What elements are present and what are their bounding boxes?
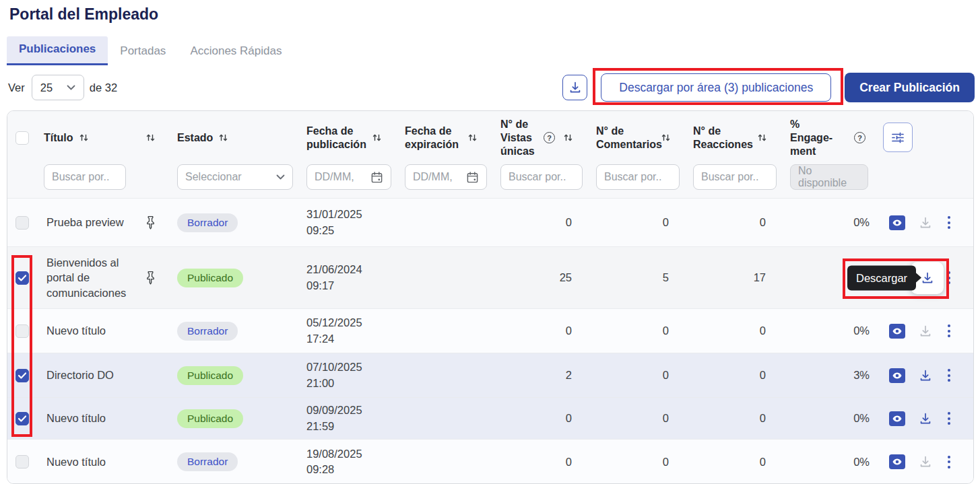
download-row-button[interactable]: [918, 324, 933, 339]
engagement-percent: 0%: [783, 412, 875, 425]
sort-icon[interactable]: [757, 133, 767, 143]
sort-reacciones-icon[interactable]: [757, 133, 767, 143]
status-badge: Borrador: [177, 452, 238, 471]
row-menu-button[interactable]: [945, 454, 953, 470]
sort-titulo-icon[interactable]: [79, 133, 89, 143]
download-row-button[interactable]: [918, 454, 933, 469]
row-title: Nuevo título: [37, 411, 133, 425]
tab-publicaciones[interactable]: Publicaciones: [7, 36, 108, 65]
sort-icon[interactable]: [661, 133, 671, 143]
sort-vistas-icon[interactable]: [563, 133, 573, 143]
help-engagement-icon[interactable]: [854, 132, 865, 143]
toolbar: Ver 25 de 32 Descargar por área (3) publ…: [8, 73, 975, 102]
views-count: 0: [494, 456, 589, 469]
download-all-button[interactable]: [562, 75, 587, 100]
preview-eye-icon: [888, 454, 906, 470]
table-body: Prueba preview Borrador 31/01/202509:25 …: [7, 198, 973, 484]
sort-estado-icon[interactable]: [218, 133, 228, 143]
column-settings-button[interactable]: [883, 123, 913, 152]
sort-fecha-expiracion-icon[interactable]: [467, 133, 478, 143]
chevron-down-icon: [276, 174, 285, 180]
page-size-select[interactable]: 25: [32, 75, 84, 100]
total-count: de 32: [90, 81, 117, 94]
sort-comentarios-icon[interactable]: [661, 133, 671, 143]
filter-titulo-input[interactable]: [44, 164, 126, 190]
preview-button[interactable]: [888, 323, 906, 339]
tab-acciones-rapidas[interactable]: Acciones Rápidas: [178, 38, 294, 65]
column-header-vistas: N° de Vistas únicas: [494, 118, 589, 158]
sort-icon[interactable]: [563, 133, 573, 143]
comments-count: 0: [589, 369, 686, 382]
row-checkbox[interactable]: [15, 324, 29, 338]
download-icon: [568, 80, 583, 95]
publish-time: 09:28: [306, 462, 391, 477]
row-title: Prueba preview: [37, 215, 133, 230]
sort-icon[interactable]: [145, 133, 156, 143]
reactions-count: 0: [686, 216, 783, 229]
table-row: Prueba preview Borrador 31/01/202509:25 …: [7, 198, 973, 246]
row-checkbox[interactable]: [15, 455, 29, 469]
filter-fecha-expiracion-input[interactable]: DD/MM,: [405, 164, 487, 190]
chevron-down-icon: [67, 85, 75, 91]
reactions-count: 17: [686, 271, 783, 284]
download-row-button[interactable]: [918, 215, 933, 230]
download-row-button[interactable]: [918, 411, 933, 426]
row-title: Nuevo título: [37, 323, 133, 338]
sort-pin-icon[interactable]: [145, 133, 156, 143]
publish-time: 09:17: [306, 278, 391, 293]
preview-button[interactable]: [888, 368, 906, 384]
publish-time: 17:24: [306, 331, 391, 347]
column-header-actions: [875, 111, 973, 152]
publish-time: 09:25: [306, 223, 391, 238]
status-badge: Borrador: [177, 322, 238, 341]
create-publication-button[interactable]: Crear Publicación: [845, 73, 975, 102]
calendar-icon: [370, 171, 383, 184]
calendar-icon: [370, 171, 383, 184]
row-title: Nuevo título: [37, 454, 133, 469]
sort-icon[interactable]: [218, 133, 228, 143]
select-all-checkbox[interactable]: [15, 131, 29, 145]
help-vistas-icon[interactable]: [544, 132, 555, 143]
column-header-engagement: % Engage-ment: [783, 118, 875, 158]
row-checkbox[interactable]: [15, 271, 29, 285]
column-header-comentarios: N° de Comentarios: [589, 125, 686, 151]
table-row: Directorio DO Publicado 07/10/202521:00 …: [7, 353, 973, 397]
views-count: 0: [494, 412, 589, 425]
row-menu-button[interactable]: [945, 411, 953, 426]
sort-icon[interactable]: [467, 133, 478, 143]
filter-comentarios-input[interactable]: [596, 164, 680, 190]
status-badge: Publicado: [177, 269, 243, 287]
table-row: Bienvenidos al portal de comunicaciones …: [7, 246, 973, 308]
column-header-reacciones: N° de Reacciones: [686, 125, 783, 151]
pin-slot: [145, 215, 156, 230]
download-icon: [568, 80, 583, 95]
tab-portadas[interactable]: Portadas: [108, 38, 178, 65]
row-menu-button[interactable]: [945, 270, 953, 285]
row-menu-button[interactable]: [945, 368, 953, 383]
download-row-button[interactable]: [918, 368, 933, 383]
engagement-percent: 3%: [783, 369, 875, 382]
preview-button[interactable]: [888, 215, 906, 231]
preview-button[interactable]: [888, 454, 906, 470]
calendar-icon: [466, 171, 479, 184]
chevron-down-icon: [67, 85, 75, 91]
filter-reacciones-input[interactable]: [693, 164, 777, 190]
row-menu-button[interactable]: [945, 323, 953, 339]
filter-vistas-input[interactable]: [500, 164, 583, 190]
status-badge: Publicado: [177, 366, 243, 385]
filter-estado-select[interactable]: Seleccionar: [177, 164, 293, 190]
sort-icon[interactable]: [372, 133, 382, 143]
row-checkbox[interactable]: [15, 216, 29, 230]
row-checkbox[interactable]: [15, 369, 29, 382]
reactions-count: 0: [686, 456, 783, 469]
column-header-pin: [133, 133, 168, 143]
filter-fecha-publicacion-input[interactable]: DD/MM,: [306, 164, 391, 190]
row-menu-button[interactable]: [945, 215, 953, 230]
download-by-area-button[interactable]: Descargar por área (3) publicaciones: [601, 73, 831, 102]
preview-button[interactable]: [888, 411, 906, 427]
sort-fecha-publicacion-icon[interactable]: [372, 133, 382, 143]
sort-icon[interactable]: [79, 133, 89, 143]
row-checkbox[interactable]: [15, 412, 29, 425]
download-icon: [918, 411, 933, 426]
ver-label: Ver: [8, 81, 25, 94]
